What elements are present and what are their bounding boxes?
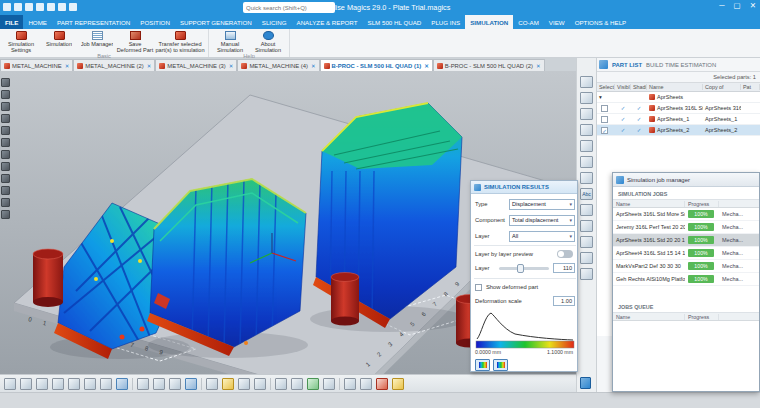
marking-icon[interactable] (392, 378, 404, 390)
support-cylinder-left[interactable] (33, 249, 63, 307)
circle-select-icon[interactable] (580, 108, 593, 120)
supports-toggle-icon[interactable] (376, 378, 388, 390)
view-top-icon[interactable] (84, 378, 96, 390)
grid-toggle-icon[interactable] (344, 378, 356, 390)
job-row[interactable]: MarkVsPart2 Def 30 30 30 100% Mecha... (613, 260, 759, 273)
part-table-row[interactable]: ✓ ✓ AprSheets 316L Std 2...Support AprSh… (597, 103, 760, 114)
tab-support-generation[interactable]: SUPPORT GENERATION (175, 15, 257, 29)
zoom-in-icon[interactable] (137, 378, 149, 390)
doc-tab-metal-machine-2[interactable]: METAL_MACHINE (2) ✕ (73, 59, 155, 71)
tab-analyze-report[interactable]: ANALYZE & REPORT (292, 15, 363, 29)
component-dropdown[interactable]: Total displacement ▾ (509, 215, 575, 226)
deformation-scale-input[interactable]: 1.00 (553, 296, 575, 306)
tab-build-time-estimation[interactable]: BUILD TIME ESTIMATION (646, 62, 716, 68)
zoom-window-icon[interactable] (169, 378, 181, 390)
job-manager-button[interactable]: Job Manager (78, 30, 116, 53)
zoom-box-icon[interactable] (1, 126, 10, 135)
tab-file[interactable]: FILE (0, 15, 23, 29)
polygon-select-icon[interactable] (580, 124, 593, 136)
layer-slider[interactable] (499, 267, 549, 270)
slider-thumb[interactable] (517, 264, 524, 273)
pin-icon[interactable] (580, 268, 593, 280)
simulation-settings-button[interactable]: Simulation Settings (2, 30, 40, 53)
view-front-icon[interactable] (20, 378, 32, 390)
manual-simulation-button[interactable]: Manual Simulation (211, 30, 249, 53)
tab-plug-ins[interactable]: PLUG INS (426, 15, 465, 29)
view-iso-icon[interactable] (116, 378, 128, 390)
render-mode-icon[interactable] (1, 162, 10, 171)
close-tab-icon[interactable]: ✕ (536, 63, 541, 69)
clip-plane-icon[interactable] (1, 186, 10, 195)
protractor-icon[interactable] (580, 172, 593, 184)
doc-tab-bproc-slm-2[interactable]: B-PROC - SLM 500 HL QUAD (2) ✕ (433, 59, 545, 71)
view-settings-icon[interactable] (1, 210, 10, 219)
doc-tab-metal-machine-1[interactable]: METAL_MACHINE ✕ (0, 59, 73, 71)
part-table-row-group[interactable]: ▾ AprSheets (597, 92, 760, 103)
transfer-parts-button[interactable]: Transfer selected part(s) to simulation (154, 30, 206, 53)
wireframe-view-icon[interactable] (254, 378, 266, 390)
layer-preview-toggle[interactable] (557, 250, 573, 258)
part-table-row[interactable]: ✓ ✓ AprSheets_1 AprSheets_1 (597, 114, 760, 125)
maximize-button[interactable]: ▢ (734, 1, 741, 10)
doc-tab-metal-machine-4[interactable]: METAL_MACHINE (4) ✕ (237, 59, 319, 71)
light-icon[interactable] (1, 174, 10, 183)
colorbar-settings-button[interactable] (475, 359, 490, 371)
quick-search-input[interactable] (243, 2, 335, 13)
doc-tab-bproc-slm-1[interactable]: B-PROC - SLM 500 HL QUAD (1) ✕ (320, 59, 433, 71)
eraser-icon[interactable] (580, 252, 593, 264)
part-table-row-selected[interactable]: ✓ ✓ ✓ AprSheets_2 AprSheets_2 (597, 125, 760, 136)
layer-value-input[interactable]: 110 (553, 263, 575, 273)
select-cursor-icon[interactable] (1, 78, 10, 87)
zoom-out-icon[interactable] (153, 378, 165, 390)
pointer-icon[interactable] (580, 76, 593, 88)
measure-distance-icon[interactable] (323, 378, 335, 390)
job-row[interactable]: AprSheets 316L Std More Sup... 100% Mech… (613, 208, 759, 221)
select-checkbox[interactable]: ✓ (601, 127, 608, 134)
job-row[interactable]: AprSheet4 316L Std 15 14 12 100% Mecha..… (613, 247, 759, 260)
view-left-icon[interactable] (52, 378, 64, 390)
annotation-icon[interactable] (580, 204, 593, 216)
transparency-icon[interactable] (275, 378, 287, 390)
tab-options-help[interactable]: OPTIONS & HELP (570, 15, 632, 29)
close-tab-icon[interactable]: ✕ (229, 63, 234, 69)
slice-preview-icon[interactable] (307, 378, 319, 390)
about-simulation-button[interactable]: About Simulation (249, 30, 287, 53)
home-view-icon[interactable] (1, 138, 10, 147)
rotate-orbit-icon[interactable] (1, 102, 10, 111)
expander-icon[interactable]: ▾ (597, 94, 615, 100)
pan-hand-icon[interactable] (1, 90, 10, 99)
panel-icon[interactable] (599, 60, 608, 69)
save-deformed-part-button[interactable]: Save Deformed Part (116, 30, 154, 53)
job-row[interactable]: Jeremy 316L Perf Test 20 20 16 100% Mech… (613, 221, 759, 234)
tab-slm-500-hl-quad[interactable]: SLM 500 HL QUAD (363, 15, 427, 29)
tab-position[interactable]: POSITION (135, 15, 175, 29)
close-tab-icon[interactable]: ✕ (424, 63, 429, 69)
tab-co-am[interactable]: CO-AM (513, 15, 544, 29)
view-bottom-icon[interactable] (100, 378, 112, 390)
section-view-icon[interactable] (291, 378, 303, 390)
job-row[interactable]: Geh Rechts AlSi10Mg Platfor... 100% Mech… (613, 273, 759, 286)
view-right-icon[interactable] (68, 378, 80, 390)
close-tab-icon[interactable]: ✕ (147, 63, 152, 69)
tab-simulation[interactable]: SIMULATION (465, 15, 513, 29)
ruler-icon[interactable] (580, 156, 593, 168)
close-tab-icon[interactable]: ✕ (65, 63, 70, 69)
view-back-icon[interactable] (36, 378, 48, 390)
text-label-icon[interactable]: Abc (580, 188, 593, 200)
simulation-results-header[interactable]: SIMULATION RESULTS (471, 181, 577, 194)
paint-icon[interactable] (580, 220, 593, 232)
pan-view-icon[interactable] (206, 378, 218, 390)
histogram-toggle-button[interactable] (493, 359, 508, 371)
panel-toggle-icon[interactable] (580, 377, 591, 389)
zoom-magnifier-icon[interactable] (1, 114, 10, 123)
select-checkbox[interactable] (601, 105, 608, 112)
job-manager-titlebar[interactable]: Simulation job manager (613, 173, 759, 187)
eyedropper-icon[interactable] (580, 236, 593, 248)
job-row-selected[interactable]: AprSheets 316L Std 20 20 16 100% Mecha..… (613, 234, 759, 247)
shaded-view-icon[interactable] (238, 378, 250, 390)
close-tab-icon[interactable]: ✕ (311, 63, 316, 69)
rotate-view-icon[interactable] (222, 378, 234, 390)
layer-dropdown[interactable]: All ▾ (509, 231, 575, 242)
tab-view[interactable]: VIEW (544, 15, 570, 29)
select-checkbox[interactable] (601, 116, 608, 123)
